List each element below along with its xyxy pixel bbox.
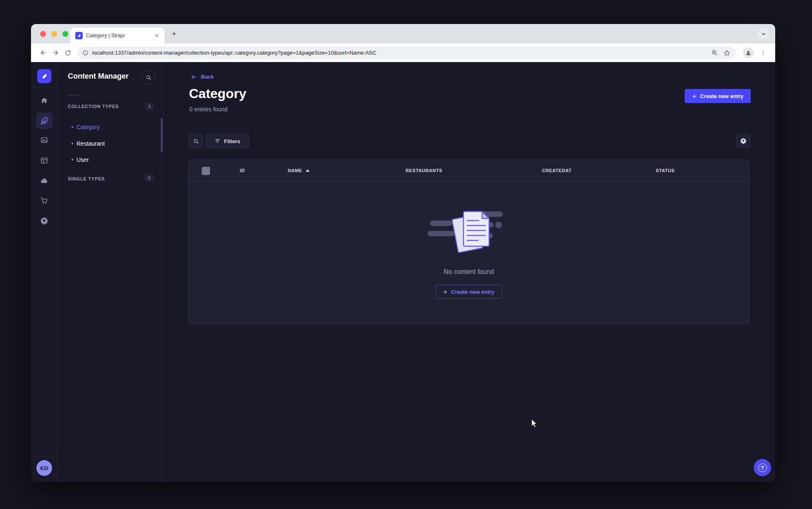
sidebar-item-deploy[interactable] (36, 172, 53, 189)
entries-table: ID NAME RESTAURANTS CREATEDAT STATUS (188, 160, 750, 324)
minimize-window-button[interactable] (51, 31, 57, 37)
nav-item-restaurant[interactable]: Restaurant (64, 136, 157, 151)
sidebar-item-home[interactable] (36, 92, 53, 109)
filter-icon (215, 139, 220, 144)
sidebar-bottom-divider (31, 456, 57, 456)
maximize-window-button[interactable] (62, 31, 68, 37)
page-title: Category (189, 86, 246, 101)
single-types-label: SINGLE TYPES (68, 176, 105, 181)
marketplace-cart-icon (40, 197, 48, 205)
bullet-icon (72, 143, 73, 144)
panel-scrollbar[interactable] (161, 118, 162, 152)
gear-icon (740, 137, 747, 144)
sidebar-item-content-manager[interactable] (36, 113, 53, 129)
browser-toolbar: localhost:1337/admin/content-manager/col… (31, 43, 775, 62)
browser-window: Category | Strapi × + localhost:1337/adm… (31, 24, 775, 482)
column-header-restaurants[interactable]: RESTAURANTS (406, 168, 442, 173)
site-info-icon[interactable] (82, 50, 88, 56)
tab-title: Category | Strapi (86, 33, 153, 38)
close-window-button[interactable] (40, 31, 46, 37)
filters-button[interactable]: Filters (206, 134, 249, 148)
panel-search-button[interactable] (142, 71, 155, 84)
tab-search-button[interactable] (758, 28, 769, 40)
table-header-row: ID NAME RESTAURANTS CREATEDAT STATUS (189, 160, 749, 182)
nav-item-label: Restaurant (76, 140, 105, 147)
filters-label: Filters (224, 138, 240, 144)
column-header-name[interactable]: NAME (288, 168, 310, 173)
content-type-builder-icon (40, 156, 48, 165)
main-sidebar: KD (31, 62, 57, 482)
bookmark-star-icon[interactable] (723, 49, 731, 57)
back-nav-button[interactable] (37, 47, 49, 59)
tab-bar: Category | Strapi × + (31, 24, 775, 43)
search-entries-button[interactable] (189, 134, 203, 148)
sidebar-item-marketplace[interactable] (36, 192, 53, 209)
nav-item-label: Category (76, 124, 100, 130)
back-arrow-icon (191, 74, 197, 80)
column-header-createdat[interactable]: CREATEDAT (542, 168, 572, 173)
user-avatar[interactable]: KD (36, 460, 52, 476)
settings-gear-icon (40, 216, 48, 225)
browser-tab[interactable]: Category | Strapi × (70, 28, 165, 43)
back-label: Back (201, 74, 214, 80)
strapi-logo[interactable] (37, 69, 51, 83)
search-icon (146, 74, 152, 81)
content-manager-icon (40, 117, 48, 125)
empty-state: No content found + Create new entry (189, 182, 749, 324)
panel-divider (68, 95, 79, 96)
question-mark-icon: ? (758, 463, 767, 472)
browser-profile-icon[interactable] (743, 48, 754, 58)
content-manager-panel: Content Manager COLLECTION TYPES 3 Categ… (57, 62, 163, 482)
select-all-checkbox[interactable] (202, 167, 210, 175)
back-link[interactable]: Back (191, 74, 214, 80)
empty-documents-illustration (427, 208, 510, 256)
help-button[interactable]: ? (754, 459, 771, 476)
collection-types-label: COLLECTION TYPES (68, 104, 119, 109)
plus-icon: + (443, 288, 447, 295)
sort-asc-icon (306, 169, 310, 172)
mouse-cursor (531, 419, 538, 428)
new-tab-button[interactable]: + (169, 29, 179, 39)
plus-icon: + (692, 93, 696, 100)
create-new-entry-label: Create new entry (700, 93, 743, 99)
search-icon (193, 138, 199, 144)
table-settings-button[interactable] (736, 134, 750, 148)
main-content: Back Category 0 entries found + Create n… (163, 62, 775, 482)
column-header-id[interactable]: ID (240, 168, 245, 173)
strapi-favicon (75, 32, 83, 39)
empty-create-label: Create new entry (451, 289, 494, 295)
panel-title: Content Manager (68, 72, 129, 81)
url-text[interactable]: localhost:1337/admin/content-manager/col… (92, 50, 706, 56)
forward-nav-button[interactable] (49, 47, 62, 59)
reload-button[interactable] (62, 47, 74, 59)
browser-menu-icon[interactable] (757, 47, 769, 59)
chevron-down-icon (761, 31, 766, 36)
zoom-page-icon[interactable] (711, 49, 718, 56)
column-header-status[interactable]: STATUS (656, 168, 675, 173)
entries-count: 0 entries found (189, 106, 228, 113)
create-new-entry-button[interactable]: + Create new entry (685, 89, 751, 103)
empty-create-new-entry-button[interactable]: + Create new entry (436, 285, 502, 299)
nav-item-user[interactable]: User (64, 152, 157, 167)
empty-message: No content found (444, 268, 494, 276)
url-bar[interactable]: localhost:1337/admin/content-manager/col… (77, 47, 736, 59)
bullet-icon (72, 159, 73, 161)
sidebar-item-settings[interactable] (36, 212, 53, 229)
single-types-count-badge: 0 (145, 174, 153, 182)
strapi-admin: KD Content Manager COLLECTION TYPES 3 Ca… (31, 62, 775, 482)
media-library-icon (40, 136, 48, 144)
bullet-icon (72, 126, 73, 128)
sidebar-divider (31, 87, 57, 87)
nav-item-label: User (76, 156, 89, 163)
collection-types-count-badge: 3 (145, 103, 153, 110)
cloud-icon (40, 176, 49, 185)
tab-close-icon[interactable]: × (153, 32, 160, 39)
nav-item-category[interactable]: Category (64, 120, 157, 134)
home-icon (40, 96, 48, 105)
sidebar-item-media-library[interactable] (36, 132, 53, 149)
traffic-lights (40, 31, 68, 37)
sidebar-item-content-type-builder[interactable] (36, 152, 53, 169)
